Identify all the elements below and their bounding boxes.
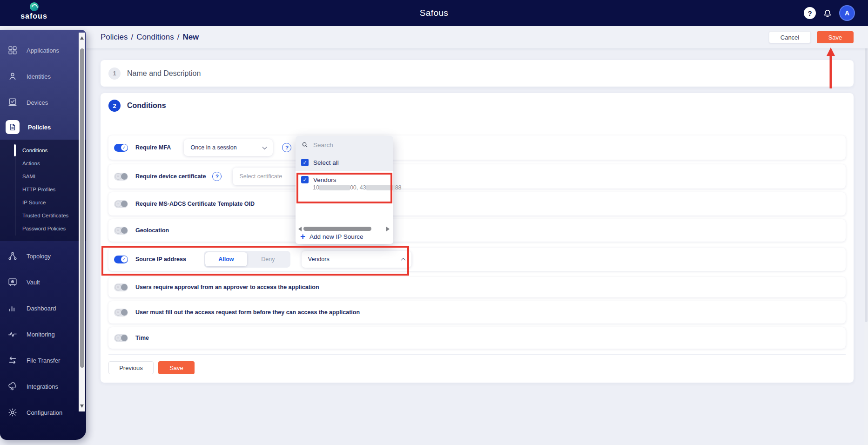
sidebar-item-dashboard[interactable]: Dashboard	[0, 299, 78, 317]
breadcrumb: Policies / Conditions / New	[101, 26, 199, 48]
submenu-item-ip-source[interactable]: IP Source	[22, 197, 46, 208]
sidebar-item-identities[interactable]: Identities	[0, 67, 78, 85]
sidebar-item-file-transfer[interactable]: File Transfer	[0, 351, 78, 369]
approval-toggle[interactable]: ×	[114, 283, 128, 291]
help-icon[interactable]: ?	[804, 7, 816, 19]
sidebar-scrollbar[interactable]	[79, 33, 85, 411]
condition-row-request-form: × User must fill out the access request …	[108, 301, 846, 324]
sidebar-item-label: Configuration	[27, 409, 62, 416]
mfa-frequency-dropdown[interactable]: Once in a session	[184, 139, 273, 156]
chevron-up-icon	[401, 257, 405, 262]
page-scrollbar[interactable]	[864, 26, 868, 445]
popup-horizontal-scrollbar[interactable]	[296, 226, 393, 232]
ip-source-dropdown[interactable]: Vendors	[302, 251, 411, 268]
breadcrumb-conditions[interactable]: Conditions	[136, 33, 174, 42]
geolocation-toggle[interactable]: ×	[114, 227, 128, 235]
sidebar-item-label: Identities	[27, 73, 51, 80]
device-certificate-help-icon[interactable]: ?	[212, 172, 222, 181]
sidebar-item-label: Monitoring	[27, 331, 55, 338]
sidebar-item-policies[interactable]: Policies	[0, 118, 78, 136]
condition-label: Require device certificate	[135, 173, 206, 180]
sidebar-item-label: Integrations	[27, 383, 58, 390]
toggle-knob	[121, 201, 128, 207]
sidebar-item-label: Topology	[27, 253, 51, 260]
ms-adcs-toggle[interactable]: ×	[114, 200, 128, 208]
condition-row-approval: × Users require approval from an approve…	[108, 277, 846, 297]
sidebar-item-integrations[interactable]: Integrations	[0, 378, 78, 395]
request-form-toggle[interactable]: ×	[114, 309, 128, 317]
add-new-label: Add new IP Source	[310, 233, 363, 240]
time-toggle[interactable]: ×	[114, 334, 128, 342]
submenu-item-http-profiles[interactable]: HTTP Profiles	[22, 184, 55, 195]
condition-label: Time	[135, 335, 149, 341]
search-input[interactable]	[313, 142, 374, 148]
notifications-bell-icon[interactable]	[822, 7, 833, 19]
divider	[108, 354, 846, 355]
save-conditions-button[interactable]: Save	[158, 361, 195, 374]
submenu-item-saml[interactable]: SAML	[22, 171, 37, 182]
require-mfa-toggle[interactable]: ✓	[114, 144, 128, 152]
step-number-badge: 1	[108, 67, 121, 80]
deny-option[interactable]: Deny	[247, 252, 289, 266]
pulse-icon	[7, 329, 18, 340]
ip-fragment: 00, 43	[350, 184, 366, 191]
sidebar-item-label: Dashboard	[27, 305, 56, 312]
redacted-text	[319, 185, 350, 190]
dropdown-value: Vendors	[308, 256, 330, 263]
toggle-knob	[121, 335, 128, 341]
condition-row-device-certificate: × Require device certificate ? Select ce…	[108, 164, 846, 189]
scroll-up-arrow-icon[interactable]	[80, 36, 84, 40]
select-all-option[interactable]: ✓ Select all	[301, 154, 339, 171]
breadcrumb-policies[interactable]: Policies	[101, 33, 128, 42]
user-avatar[interactable]: A	[839, 5, 855, 21]
scroll-down-arrow-icon[interactable]	[80, 405, 84, 408]
vendors-ip-values: 1000, 4388	[313, 184, 402, 191]
sidebar-item-configuration[interactable]: Configuration	[0, 404, 78, 421]
previous-button[interactable]: Previous	[108, 361, 154, 374]
sidebar-item-vault[interactable]: Vault	[0, 273, 78, 291]
option-label: Select all	[313, 159, 339, 166]
sidebar-item-label: Applications	[27, 47, 59, 54]
page-scrollbar-thumb[interactable]	[865, 29, 868, 322]
checkbox-checked-icon[interactable]: ✓	[301, 176, 309, 183]
scroll-right-arrow-icon[interactable]	[386, 227, 390, 231]
condition-row-geolocation: × Geolocation	[108, 219, 846, 242]
horizontal-scrollbar-thumb[interactable]	[303, 227, 371, 231]
section-conditions: 2 Conditions ✓ Require MFA Once in a ses…	[101, 93, 854, 383]
toggle-knob	[121, 284, 128, 290]
save-button[interactable]: Save	[817, 31, 854, 43]
source-ip-toggle[interactable]: ✓	[114, 256, 128, 263]
cancel-button[interactable]: Cancel	[769, 31, 811, 43]
add-new-ip-source-link[interactable]: + Add new IP Source	[300, 232, 363, 241]
checkbox-checked-icon[interactable]: ✓	[301, 159, 309, 166]
device-certificate-toggle[interactable]: ×	[114, 173, 128, 181]
submenu-item-actions[interactable]: Actions	[22, 158, 40, 169]
mfa-help-icon[interactable]: ?	[282, 143, 291, 152]
submenu-item-conditions[interactable]: Conditions	[22, 145, 47, 155]
breadcrumb-current: New	[182, 33, 199, 42]
section-name-description[interactable]: 1 Name and Description	[101, 60, 854, 87]
avatar-initial: A	[845, 9, 849, 17]
sidebar-item-topology[interactable]: Topology	[0, 247, 78, 265]
question-glyph: ?	[807, 9, 812, 17]
divider	[101, 118, 854, 118]
sidebar-scrollbar-thumb[interactable]	[80, 48, 84, 368]
conditions-header: 2 Conditions	[108, 100, 166, 112]
sidebar-item-applications[interactable]: Applications	[0, 41, 78, 59]
step-number-badge: 2	[108, 100, 121, 112]
toggle-cross-icon: ×	[115, 227, 121, 234]
ip-fragment: 10	[313, 184, 319, 191]
section-title: Name and Description	[127, 69, 201, 78]
topbar-actions: ? A	[804, 0, 855, 26]
submenu-item-password-policies[interactable]: Password Policies	[22, 223, 66, 234]
condition-label: Require MFA	[135, 144, 171, 151]
condition-label: Source IP address	[135, 256, 186, 263]
scroll-left-arrow-icon[interactable]	[298, 227, 302, 231]
vendors-option[interactable]: ✓ Vendors	[301, 174, 336, 185]
sidebar-item-devices[interactable]: Devices	[0, 94, 78, 111]
allow-option[interactable]: Allow	[205, 252, 247, 266]
submenu-item-trusted-certificates[interactable]: Trusted Certificates	[22, 210, 68, 221]
sidebar-item-monitoring[interactable]: Monitoring	[0, 325, 78, 343]
cloud-gear-icon	[7, 381, 18, 392]
popup-search[interactable]	[301, 136, 390, 154]
